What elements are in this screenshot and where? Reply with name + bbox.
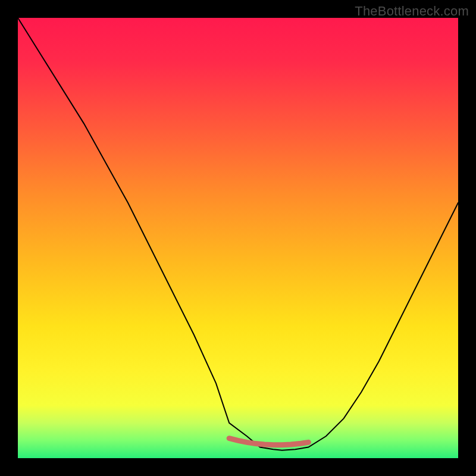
- optimal-band: [229, 439, 308, 445]
- chart-stage: TheBottleneck.com: [0, 0, 476, 476]
- attribution-label: TheBottleneck.com: [355, 4, 469, 19]
- bottleneck-curve: [18, 18, 458, 450]
- curve-layer: [18, 18, 458, 458]
